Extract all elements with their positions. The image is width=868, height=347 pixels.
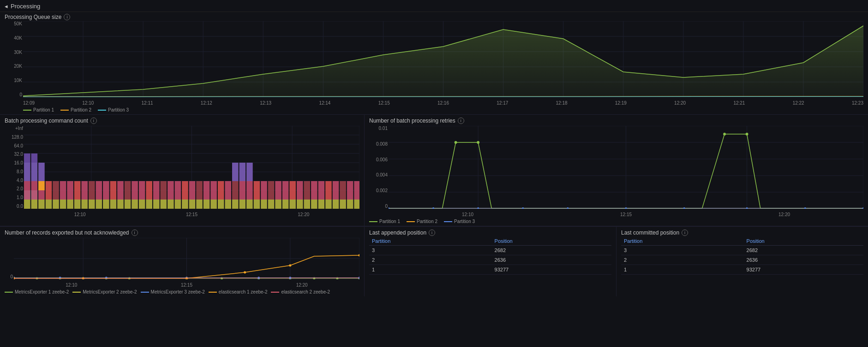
svg-rect-98 <box>125 181 131 200</box>
svg-rect-52 <box>146 200 152 209</box>
export-panel: Number of records exported but not ackno… <box>0 227 365 296</box>
svg-rect-110 <box>210 181 217 200</box>
svg-rect-68 <box>261 200 267 209</box>
queue-size-section: Processing Queue size i 50K 40K 30K 20K … <box>0 12 868 115</box>
svg-rect-75 <box>311 200 317 209</box>
batch-y-axis: +Inf 128.0 64.0 32.0 16.0 8.0 4.0 2.0 1.… <box>5 126 23 209</box>
export-x-axis: 12:10 12:15 12:20 <box>14 282 359 288</box>
svg-rect-37 <box>38 200 45 209</box>
svg-rect-102 <box>153 181 160 200</box>
legend-metrics1-line <box>5 292 13 293</box>
queue-y-axis: 50K 40K 30K 20K 10K 0 <box>5 21 22 97</box>
svg-rect-44 <box>89 200 95 209</box>
last-committed-info-icon[interactable]: i <box>682 229 688 236</box>
svg-rect-42 <box>74 200 81 209</box>
svg-rect-53 <box>153 200 160 209</box>
svg-point-150 <box>455 141 457 144</box>
svg-rect-57 <box>182 200 188 209</box>
svg-rect-103 <box>160 181 167 200</box>
table-row: 1 93277 <box>369 265 611 275</box>
svg-rect-111 <box>218 181 224 200</box>
svg-rect-69 <box>268 200 275 209</box>
svg-rect-50 <box>132 200 138 209</box>
svg-rect-100 <box>139 181 145 200</box>
svg-rect-76 <box>318 200 325 209</box>
svg-rect-97 <box>117 181 124 200</box>
svg-rect-138 <box>246 163 253 181</box>
svg-rect-70 <box>275 200 281 209</box>
svg-rect-93 <box>89 181 95 200</box>
export-chart <box>14 238 359 279</box>
legend-partition1-line <box>23 110 31 111</box>
svg-rect-35 <box>24 200 30 209</box>
svg-rect-49 <box>125 200 131 209</box>
svg-rect-51 <box>139 200 145 209</box>
svg-rect-66 <box>246 200 253 209</box>
last-appended-title: Last appended position i <box>369 229 611 236</box>
svg-point-151 <box>477 141 479 144</box>
legend-partition2-line <box>60 110 69 111</box>
svg-point-153 <box>746 133 748 135</box>
retries-info-icon[interactable]: i <box>458 118 464 124</box>
legend-retries-p1-line <box>369 221 377 222</box>
svg-rect-134 <box>24 153 30 163</box>
batch-cmd-info-icon[interactable]: i <box>90 118 97 124</box>
svg-point-182 <box>336 277 338 280</box>
retries-title: Number of batch processing retries i <box>369 118 863 124</box>
svg-rect-48 <box>117 200 124 209</box>
svg-point-195 <box>289 265 291 267</box>
svg-point-161 <box>746 207 748 209</box>
svg-rect-47 <box>110 200 117 209</box>
bottom-row: Number of records exported but not ackno… <box>0 226 868 296</box>
legend-retries-p3: Partition 3 <box>444 219 475 224</box>
svg-rect-79 <box>340 200 346 209</box>
svg-point-159 <box>625 207 627 209</box>
legend-metrics1: MetricsExporter 1 zeebe-2 <box>5 289 69 294</box>
appended-partition-3: 1 <box>369 265 492 275</box>
svg-rect-115 <box>246 181 253 200</box>
batch-x-axis: 12:10 12:15 12:20 <box>24 212 359 217</box>
queue-x-axis: 12:09 12:10 12:11 12:12 12:13 12:14 12:1… <box>23 100 863 106</box>
svg-point-155 <box>432 207 434 209</box>
svg-rect-94 <box>96 181 102 200</box>
last-appended-info-icon[interactable]: i <box>429 229 435 236</box>
svg-rect-133 <box>38 163 45 181</box>
committed-partition-3: 1 <box>621 265 744 275</box>
svg-rect-131 <box>24 163 30 181</box>
svg-rect-92 <box>81 181 88 200</box>
svg-rect-106 <box>182 181 188 200</box>
retries-y-axis: 0.01 0.008 0.006 0.004 0.002 0 <box>369 126 388 209</box>
svg-rect-135 <box>31 153 38 163</box>
legend-partition1: Partition 1 <box>23 107 54 112</box>
back-arrow-icon[interactable]: ◂ <box>5 3 8 10</box>
last-appended-table: Partition Position 3 2682 2 2636 1 <box>369 237 611 275</box>
svg-point-162 <box>804 207 806 209</box>
legend-retries-p1: Partition 1 <box>369 219 400 224</box>
col-position-committed: Position <box>744 237 863 246</box>
retries-legend: Partition 1 Partition 2 Partition 3 <box>369 217 863 225</box>
svg-rect-63 <box>225 200 231 209</box>
svg-rect-43 <box>81 200 88 209</box>
table-row: 2 2636 <box>369 255 611 265</box>
appended-position-2: 2636 <box>492 255 611 265</box>
svg-rect-39 <box>53 200 59 209</box>
retries-chart <box>389 126 863 209</box>
legend-partition3-line <box>98 110 106 111</box>
committed-position-1: 2682 <box>744 246 863 255</box>
export-legend: MetricsExporter 1 zeebe-2 MetricsExporte… <box>5 288 359 295</box>
svg-rect-71 <box>282 200 289 209</box>
svg-rect-85 <box>31 181 38 200</box>
svg-point-194 <box>244 271 246 274</box>
svg-rect-46 <box>103 200 109 209</box>
svg-rect-89 <box>60 181 66 200</box>
svg-rect-96 <box>110 181 117 200</box>
export-info-icon[interactable]: i <box>132 229 138 236</box>
queue-legend: Partition 1 Partition 2 Partition 3 <box>5 106 863 113</box>
svg-rect-90 <box>67 181 73 200</box>
queue-size-info-icon[interactable]: i <box>64 14 70 20</box>
svg-point-160 <box>683 207 685 209</box>
svg-rect-108 <box>196 181 203 200</box>
svg-rect-139 <box>38 181 45 190</box>
batch-cmd-title: Batch processing command count i <box>5 118 359 124</box>
export-title: Number of records exported but not ackno… <box>5 229 359 236</box>
